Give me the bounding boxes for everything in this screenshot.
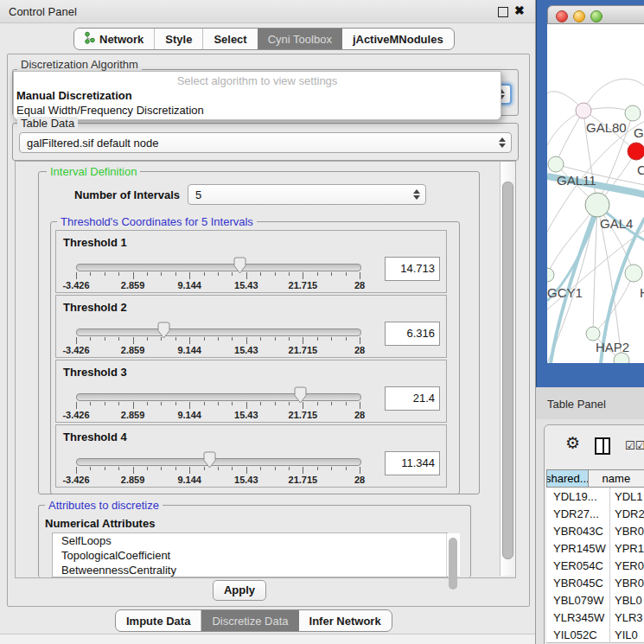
tab-infer-network[interactable]: Infer Network — [299, 610, 392, 631]
network-node-hap2[interactable] — [586, 327, 600, 341]
threshold-slider-thumb[interactable] — [203, 451, 216, 469]
apply-button[interactable]: Apply — [213, 580, 266, 601]
numerical-attributes-list[interactable]: SelfLoopsTopologicalCoefficientBetweenne… — [52, 532, 448, 577]
threshold-slider-thumb[interactable] — [294, 386, 307, 404]
cell-shared-name[interactable]: YDR27... — [546, 505, 610, 522]
bottom-tab-bar: Impute Data Discretize Data Infer Networ… — [115, 609, 392, 632]
table-data-title: Table Data — [17, 117, 78, 130]
column-header-shared-name[interactable]: shared... — [546, 469, 589, 488]
number-of-intervals-select[interactable]: 5 — [188, 184, 426, 205]
tab-jactivemnodules[interactable]: jActiveMNodules — [342, 29, 454, 49]
table-row[interactable]: YBR043CYBR0 — [546, 522, 644, 539]
threshold-value-field[interactable]: 21.4 — [385, 386, 440, 411]
threshold-value-field[interactable]: 6.316 — [385, 322, 440, 346]
network-canvas[interactable]: GAL80GACGAL11GAL4GCY1HHAP2 — [547, 24, 644, 363]
threshold-panel: Threshold 2 -3.4262.8599.14415.4321.7152… — [55, 295, 447, 358]
network-view-window[interactable]: GAL80GACGAL11GAL4GCY1HHAP2 — [536, 0, 644, 387]
threshold-slider-track[interactable] — [76, 328, 361, 336]
network-node-label: GAL4 — [600, 216, 633, 231]
attribute-list-item[interactable]: SelfLoops — [53, 533, 447, 548]
cell-name[interactable]: YDR2 — [610, 505, 644, 522]
tab-network[interactable]: Network — [74, 29, 155, 49]
table-row[interactable]: YPR145WYPR1 — [546, 539, 644, 557]
attribute-list-item[interactable]: BetweennessCentrality — [53, 563, 447, 577]
cell-name[interactable]: YBR0 — [610, 574, 644, 591]
network-node-label: GAL11 — [557, 173, 596, 188]
float-window-icon[interactable] — [498, 7, 508, 17]
tab-cyni-toolbox[interactable]: Cyni Toolbox — [258, 29, 342, 49]
cell-name[interactable]: YDL1 — [610, 488, 643, 505]
table-row[interactable]: YIL052CYIL0 — [546, 626, 644, 642]
attribute-list-item[interactable]: TopologicalCoefficient — [53, 548, 447, 563]
table-row[interactable]: YER054CYER0 — [546, 557, 644, 574]
split-columns-icon[interactable] — [595, 437, 610, 455]
tick-label: 15.43 — [234, 475, 258, 485]
discretization-algorithm-title: Discretization Algorithm — [17, 58, 142, 71]
network-node-gal80[interactable] — [576, 103, 591, 118]
cell-shared-name[interactable]: YDL19... — [546, 488, 610, 505]
threshold-value-field[interactable]: 11.344 — [385, 451, 440, 475]
tick-label: -3.426 — [62, 280, 89, 290]
tab-discretize-data[interactable]: Discretize Data — [201, 610, 298, 631]
tick-label: 2.859 — [121, 280, 145, 290]
threshold-slider-thumb[interactable] — [157, 322, 170, 339]
cell-shared-name[interactable]: YIL052C — [546, 626, 610, 642]
cell-shared-name[interactable]: YLR345W — [546, 609, 610, 626]
table-rows[interactable]: YDL19...YDL1YDR27...YDR2YBR043CYBR0YPR14… — [546, 488, 644, 642]
table-row[interactable]: YBL079WYBL0 — [546, 591, 644, 609]
threshold-slider-track[interactable] — [76, 264, 361, 271]
cell-shared-name[interactable]: YBL079W — [546, 591, 610, 609]
settings-vertical-scrollbar[interactable] — [500, 162, 515, 576]
gear-icon[interactable]: ⚙ — [565, 435, 580, 451]
network-node-c[interactable] — [628, 143, 644, 160]
algorithm-option-manual[interactable]: Manual Discretization — [16, 89, 132, 102]
tick-label: 21.715 — [289, 410, 318, 420]
cell-shared-name[interactable]: YPR145W — [546, 539, 610, 557]
stepper-arrows-icon — [413, 189, 420, 200]
slider-tick-labels: -3.4262.8599.14415.4321.71528 — [56, 410, 446, 420]
cell-name[interactable]: YLR3 — [610, 609, 643, 626]
cell-name[interactable]: YBL0 — [610, 591, 642, 609]
network-node-gcy1[interactable] — [547, 268, 554, 282]
tab-impute-data[interactable]: Impute Data — [116, 610, 201, 631]
network-node-h[interactable] — [625, 265, 642, 282]
cell-name[interactable]: YPR1 — [610, 539, 644, 557]
control-panel: Control Panel ✖ Network Style Select Cyn… — [0, 0, 536, 644]
tab-select[interactable]: Select — [203, 29, 257, 49]
algorithm-option-equal-width[interactable]: Equal Width/Frequency Discretization — [16, 104, 204, 117]
attributes-scrollbar-thumb[interactable] — [449, 538, 457, 590]
thresholds-group-title: Threshold's Coordinates for 5 Intervals — [57, 215, 257, 228]
cell-name[interactable]: YER0 — [610, 557, 644, 574]
network-node-ga[interactable] — [625, 105, 641, 121]
threshold-slider-thumb[interactable] — [233, 257, 246, 274]
table-row[interactable]: YLR345WYLR3 — [546, 609, 644, 626]
select-columns-icon[interactable]: ☑☑ — [625, 439, 644, 452]
table-panel-box: ⚙ ☑☑ shared... name YDL19...YDL1YDR27...… — [544, 424, 644, 644]
threshold-label: Threshold 4 — [63, 430, 127, 443]
zoom-traffic-light-icon[interactable] — [590, 10, 603, 22]
table-row[interactable]: YBR045CYBR0 — [546, 574, 644, 591]
cell-shared-name[interactable]: YBR045C — [546, 574, 610, 591]
network-window-titlebar[interactable] — [547, 5, 644, 24]
threshold-slider-track[interactable] — [76, 458, 361, 466]
number-of-intervals-value: 5 — [195, 188, 201, 201]
table-row[interactable]: YDR27...YDR2 — [546, 505, 644, 522]
table-row[interactable]: YDL19...YDL1 — [546, 488, 644, 505]
table-data-select[interactable]: galFiltered.sif default node — [19, 132, 512, 153]
close-traffic-light-icon[interactable] — [556, 10, 568, 22]
network-node-gal11[interactable] — [548, 156, 564, 172]
attributes-list-scrollbar[interactable] — [446, 533, 460, 576]
tab-style[interactable]: Style — [155, 29, 203, 49]
column-header-name[interactable]: name — [589, 469, 644, 488]
threshold-value-field[interactable]: 14.713 — [385, 257, 440, 281]
network-node-label: C — [637, 163, 644, 177]
cell-shared-name[interactable]: YER054C — [546, 557, 610, 574]
cell-name[interactable]: YIL0 — [610, 626, 638, 642]
threshold-slider-track[interactable] — [76, 393, 361, 401]
settings-scrollbar-thumb[interactable] — [502, 182, 513, 559]
network-node-gal4[interactable] — [585, 193, 609, 217]
cell-shared-name[interactable]: YBR043C — [546, 522, 610, 539]
cell-name[interactable]: YBR0 — [610, 522, 644, 539]
close-icon[interactable]: ✖ — [514, 3, 525, 17]
minimize-traffic-light-icon[interactable] — [573, 10, 585, 22]
